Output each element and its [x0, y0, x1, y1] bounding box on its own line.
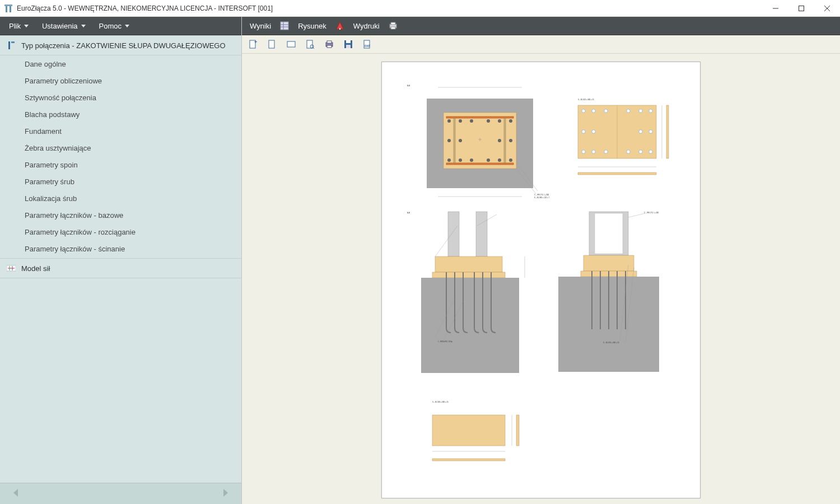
svg-point-73 [649, 109, 652, 113]
nav-next-button[interactable] [220, 488, 230, 500]
svg-point-57 [459, 158, 462, 162]
svg-point-79 [592, 150, 595, 153]
svg-text:A-A: A-A [407, 85, 410, 87]
nav-prev-button[interactable] [11, 488, 21, 500]
side-item-bolt-params[interactable]: Parametry śrub [0, 173, 241, 190]
drawing-canvas[interactable]: A-A [242, 54, 840, 504]
side-item-connectors-shear[interactable]: Parametry łączników - ścinanie [0, 240, 241, 257]
svg-point-55 [509, 139, 512, 142]
side-footer-nav [0, 483, 241, 504]
new-page-icon[interactable]: + [248, 39, 259, 50]
svg-rect-8 [11, 41, 15, 43]
close-button[interactable] [814, 0, 840, 17]
svg-rect-43 [504, 118, 506, 163]
page-icon[interactable] [267, 39, 278, 50]
chevron-down-icon [24, 25, 29, 27]
side-item-bolt-location[interactable]: Lokalizacja śrub [0, 190, 241, 207]
page-zoom-icon[interactable] [305, 39, 316, 50]
svg-rect-110 [516, 415, 519, 446]
svg-rect-109 [432, 415, 505, 446]
svg-point-54 [498, 139, 501, 142]
app-icon [3, 3, 13, 13]
svg-text:S - BL 300 x 300 x 25: S - BL 300 x 300 x 25 [432, 401, 449, 403]
svg-rect-92 [432, 272, 505, 278]
svg-text:C - IPE 270, l = 300: C - IPE 270, l = 300 [644, 212, 659, 214]
dxf-export-icon[interactable]: DXF [362, 39, 373, 50]
svg-point-52 [447, 139, 451, 142]
svg-point-80 [604, 150, 608, 153]
svg-point-70 [604, 109, 608, 113]
svg-line-27 [313, 48, 314, 49]
svg-rect-20 [391, 27, 395, 29]
titlebar: EuroZłącza 5.0 - WEWNĘTRZNA, NIEKOMERCYJ… [0, 0, 840, 17]
side-header-forces[interactable]: Model sił [0, 258, 241, 278]
side-item-connectors-tension[interactable]: Parametry łączników - rozciąganie [0, 223, 241, 240]
maximize-button[interactable] [788, 0, 814, 17]
side-item-base-plate[interactable]: Blacha podstawy [0, 106, 241, 123]
svg-rect-42 [454, 118, 455, 163]
save-icon[interactable] [343, 39, 354, 50]
svg-point-68 [582, 109, 585, 113]
svg-rect-90 [476, 212, 487, 256]
svg-rect-19 [391, 22, 395, 25]
side-item-stiffness[interactable]: Sztywność połączenia [0, 89, 241, 106]
side-item-foundation[interactable]: Fundament [0, 123, 241, 139]
svg-rect-93 [421, 278, 519, 373]
svg-point-72 [639, 109, 642, 113]
svg-point-82 [639, 150, 642, 153]
ribbon-results[interactable]: Wyniki [248, 22, 273, 30]
side-item-general[interactable]: Dane ogólne [0, 55, 241, 72]
svg-rect-97 [595, 213, 623, 254]
printer-icon[interactable] [388, 20, 399, 31]
svg-rect-7 [8, 41, 10, 49]
window-controls [763, 0, 840, 17]
side-item-stiffeners[interactable]: Żebra usztywniające [0, 139, 241, 156]
chevron-down-icon [125, 25, 129, 27]
svg-point-47 [459, 119, 462, 123]
svg-point-74 [582, 130, 585, 133]
svg-point-81 [627, 150, 630, 153]
svg-rect-23 [269, 40, 274, 48]
menu-help-label: Pomoc [99, 22, 122, 30]
side-nav: Typ połączenia - ZAKOTWIENIE SŁUPA DWUGA… [0, 35, 241, 483]
svg-text:A-A: A-A [407, 212, 410, 214]
svg-point-61 [509, 158, 512, 162]
menu-file[interactable]: Plik [3, 18, 34, 34]
svg-rect-13 [281, 22, 288, 30]
side-item-connectors-base[interactable]: Parametry łączników - bazowe [0, 207, 241, 223]
plan-view-baseplate: A-A [404, 82, 550, 194]
svg-rect-86 [578, 172, 656, 175]
ribbon-prints[interactable]: Wydruki [351, 22, 382, 30]
svg-rect-33 [346, 45, 351, 48]
svg-point-77 [649, 130, 652, 133]
svg-text:+: + [254, 39, 257, 45]
section-view-side: C - IPE 270, l = 300 S - BL 620 x 380 x … [550, 209, 684, 382]
side-item-weld-params[interactable]: Parametry spoin [0, 156, 241, 173]
side-header-forces-label: Model sił [21, 264, 50, 273]
drawing-icon[interactable] [334, 20, 346, 31]
svg-point-76 [639, 130, 642, 133]
side-header-connection-type[interactable]: Typ połączenia - ZAKOTWIENIE SŁUPA DWUGA… [0, 35, 241, 55]
menu-help[interactable]: Pomoc [94, 18, 135, 34]
svg-point-75 [592, 130, 595, 133]
results-icon[interactable] [279, 20, 290, 31]
svg-rect-32 [346, 40, 351, 43]
ribbon-drawing[interactable]: Rysunek [296, 22, 329, 30]
svg-rect-98 [584, 255, 634, 271]
minimize-button[interactable] [763, 0, 788, 17]
drawing-toolbar: + DXF [242, 35, 840, 54]
svg-rect-91 [435, 256, 502, 272]
window-title: EuroZłącza 5.0 - WEWNĘTRZNA, NIEKOMERCYJ… [17, 4, 763, 12]
menu-settings[interactable]: Ustawienia [36, 18, 91, 34]
svg-rect-30 [327, 45, 332, 48]
connection-type-icon [6, 41, 17, 50]
svg-rect-41 [446, 163, 514, 165]
right-panel: Wyniki Rysunek Wydruki + DXF [242, 17, 840, 504]
print-icon[interactable] [324, 39, 335, 50]
side-item-calc-params[interactable]: Parametry obliczeniowe [0, 72, 241, 89]
svg-point-60 [498, 158, 501, 162]
menu-file-label: Plik [9, 22, 21, 30]
page-landscape-icon[interactable] [286, 39, 297, 50]
svg-text:K - BL 380 x 120 x 7: K - BL 380 x 120 x 7 [534, 197, 549, 199]
svg-rect-2 [4, 4, 12, 6]
